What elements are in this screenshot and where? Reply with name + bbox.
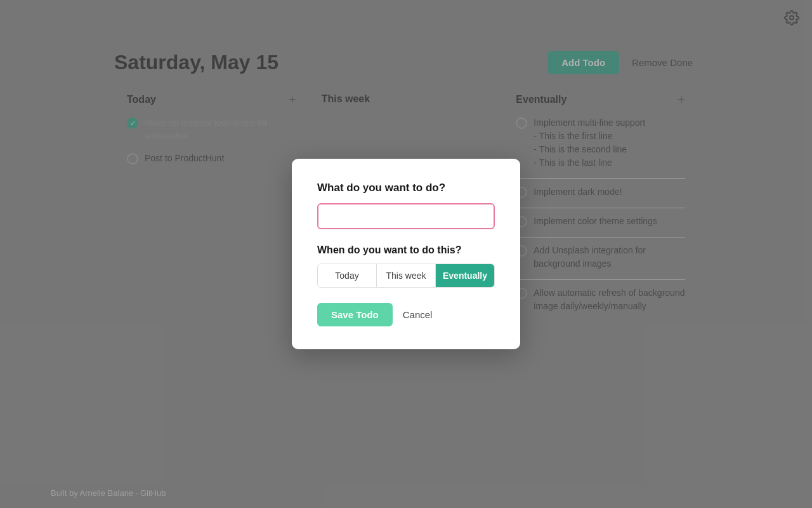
save-todo-button[interactable]: Save Todo <box>317 303 393 326</box>
modal-todo-input[interactable] <box>317 203 495 229</box>
modal: What do you want to do? When do you want… <box>292 159 520 349</box>
timing-eventually-button[interactable]: Eventually <box>436 264 494 287</box>
modal-when-label: When do you want to do this? <box>317 244 495 256</box>
timing-this-week-button[interactable]: This week <box>377 264 436 287</box>
timing-buttons: Today This week Eventually <box>317 264 495 288</box>
cancel-button[interactable]: Cancel <box>403 309 433 320</box>
timing-today-button[interactable]: Today <box>318 264 377 287</box>
modal-actions: Save Todo Cancel <box>317 303 495 326</box>
modal-what-label: What do you want to do? <box>317 182 495 194</box>
modal-overlay: What do you want to do? When do you want… <box>0 0 812 508</box>
